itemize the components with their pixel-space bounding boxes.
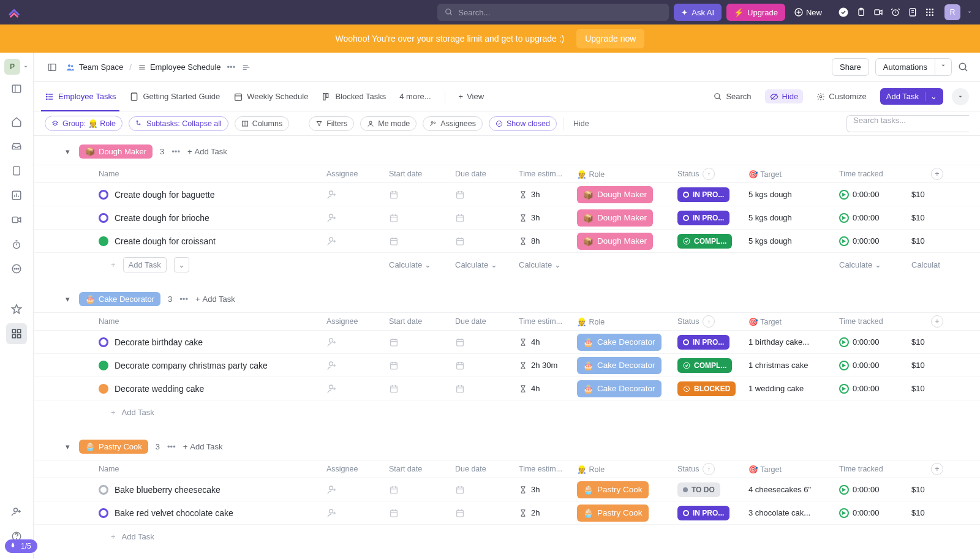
calculate-due-date[interactable]: Calculate ⌄ bbox=[455, 260, 519, 269]
col-time-estimate[interactable]: Time estim... bbox=[519, 170, 577, 178]
video-icon[interactable] bbox=[873, 7, 883, 17]
role-badge[interactable]: 📦Dough Maker bbox=[577, 233, 653, 250]
task-row[interactable]: Create dough for croissant 8h 📦Dough Mak… bbox=[34, 230, 980, 253]
spaces-icon[interactable] bbox=[6, 323, 27, 344]
assignee-add-icon[interactable] bbox=[326, 212, 384, 223]
due-date-icon[interactable] bbox=[455, 337, 514, 347]
status-badge[interactable]: COMPL... bbox=[677, 358, 732, 373]
status-badge[interactable]: IN PRO... bbox=[677, 187, 729, 202]
status-dot[interactable] bbox=[99, 337, 108, 347]
task-row[interactable]: Bake red velvet chocolate cake 2h 🧁Pastr… bbox=[34, 501, 980, 525]
play-icon[interactable]: ▶ bbox=[839, 213, 849, 223]
me-mode-chip[interactable]: Me mode bbox=[360, 116, 417, 131]
group-chip[interactable]: Group: 👷 Role bbox=[45, 116, 123, 131]
calculate-start-date[interactable]: Calculate ⌄ bbox=[389, 260, 455, 269]
target-cell[interactable]: 1 christmas cake bbox=[748, 361, 839, 370]
status-badge[interactable]: TO DO bbox=[677, 482, 720, 497]
target-cell[interactable]: 5 kgs dough bbox=[748, 213, 839, 222]
col-due-date[interactable]: Due date bbox=[455, 465, 519, 473]
user-avatar[interactable]: R bbox=[944, 4, 960, 20]
group-pill[interactable]: 🧁Pastry Cook bbox=[79, 440, 148, 454]
view-more-button[interactable] bbox=[952, 88, 969, 105]
tab-employee-tasks[interactable]: Employee Tasks bbox=[45, 82, 116, 111]
col-due-date[interactable]: Due date bbox=[455, 170, 519, 178]
col-due-date[interactable]: Due date bbox=[455, 317, 519, 326]
due-date-icon[interactable] bbox=[455, 508, 514, 518]
add-column-button[interactable]: + bbox=[931, 168, 943, 180]
add-task-inline[interactable]: +Add Task bbox=[45, 408, 326, 417]
share-button[interactable]: Share bbox=[832, 58, 869, 76]
search-tasks-input[interactable]: Search tasks... bbox=[846, 115, 969, 132]
time-estimate-cell[interactable]: 3h bbox=[519, 190, 577, 199]
col-name[interactable]: Name bbox=[45, 317, 326, 326]
subtasks-chip[interactable]: Subtasks: Collapse all bbox=[129, 116, 228, 131]
play-icon[interactable]: ▶ bbox=[839, 508, 849, 518]
status-badge[interactable]: IN PRO... bbox=[677, 335, 729, 350]
task-row[interactable]: Decorate wedding cake 4h 🎂Cake Decorator… bbox=[34, 377, 980, 400]
time-estimate-cell[interactable]: 3h bbox=[519, 213, 577, 222]
role-badge[interactable]: 🧁Pastry Cook bbox=[577, 481, 649, 498]
col-name[interactable]: Name bbox=[45, 465, 326, 473]
time-tracked-cell[interactable]: ▶0:00:00 bbox=[839, 213, 911, 223]
apps-icon[interactable] bbox=[925, 7, 935, 17]
start-date-icon[interactable] bbox=[389, 508, 450, 518]
hamburger-icon[interactable] bbox=[241, 62, 251, 72]
col-start-date[interactable]: Start date bbox=[389, 170, 455, 178]
role-badge[interactable]: 📦Dough Maker bbox=[577, 186, 653, 203]
time-tracked-cell[interactable]: ▶0:00:00 bbox=[839, 190, 911, 200]
due-date-icon[interactable] bbox=[455, 236, 514, 246]
task-row[interactable]: Decorate birthday cake 4h 🎂Cake Decorato… bbox=[34, 331, 980, 354]
task-name[interactable]: Bake red velvet chocolate cake bbox=[115, 508, 233, 518]
automations-dropdown[interactable] bbox=[935, 58, 952, 76]
sort-asc-icon[interactable]: ↑ bbox=[703, 168, 715, 180]
group-collapse-caret[interactable]: ▾ bbox=[66, 442, 70, 451]
chevron-down-icon[interactable] bbox=[967, 9, 973, 15]
cost-cell[interactable]: $10 bbox=[911, 361, 948, 370]
assignee-add-icon[interactable] bbox=[326, 508, 384, 519]
workspace-badge[interactable]: P bbox=[4, 59, 20, 75]
tab-weekly-schedule[interactable]: Weekly Schedule bbox=[233, 82, 308, 111]
time-estimate-cell[interactable]: 3h bbox=[519, 485, 577, 494]
dashboards-icon[interactable] bbox=[6, 185, 27, 206]
assignee-add-icon[interactable] bbox=[326, 337, 384, 348]
time-tracked-cell[interactable]: ▶0:00:00 bbox=[839, 384, 911, 394]
add-column-button[interactable]: + bbox=[931, 463, 943, 475]
col-time-tracked[interactable]: Time tracked bbox=[839, 465, 911, 473]
cost-cell[interactable]: $10 bbox=[911, 236, 948, 246]
play-icon[interactable]: ▶ bbox=[839, 485, 849, 495]
add-column-button[interactable]: + bbox=[931, 315, 943, 328]
breadcrumb-list[interactable]: Employee Schedule bbox=[138, 62, 221, 72]
col-status[interactable]: Status↑ bbox=[677, 463, 748, 475]
alarm-icon[interactable] bbox=[891, 7, 900, 17]
calculate-cost[interactable]: Calculat bbox=[911, 260, 948, 269]
chevron-down-icon[interactable]: ⌄ bbox=[925, 92, 937, 101]
calculate-time-tracked[interactable]: Calculate ⌄ bbox=[839, 260, 911, 269]
favorites-icon[interactable] bbox=[6, 299, 27, 320]
task-name[interactable]: Decorate birthday cake bbox=[115, 337, 203, 347]
group-pill[interactable]: 🎂Cake Decorator bbox=[79, 292, 160, 306]
time-estimate-cell[interactable]: 8h bbox=[519, 236, 577, 246]
start-date-icon[interactable] bbox=[389, 236, 450, 246]
assignee-add-icon[interactable] bbox=[326, 360, 384, 371]
new-button[interactable]: New bbox=[790, 7, 826, 17]
time-tracked-cell[interactable]: ▶0:00:00 bbox=[839, 508, 911, 518]
role-badge[interactable]: 🎂Cake Decorator bbox=[577, 334, 662, 351]
task-row[interactable]: Create dough for brioche 3h 📦Dough Maker… bbox=[34, 206, 980, 230]
start-date-icon[interactable] bbox=[389, 190, 450, 200]
due-date-icon[interactable] bbox=[455, 384, 514, 394]
play-icon[interactable]: ▶ bbox=[839, 337, 849, 347]
clipboard-icon[interactable] bbox=[856, 7, 866, 17]
sort-asc-icon[interactable]: ↑ bbox=[703, 315, 715, 328]
view-search-button[interactable]: Search bbox=[709, 89, 756, 103]
col-start-date[interactable]: Start date bbox=[389, 317, 455, 326]
col-time-estimate[interactable]: Time estim... bbox=[519, 465, 577, 473]
filters-chip[interactable]: Filters bbox=[309, 116, 354, 131]
assignees-chip[interactable]: Assignees bbox=[423, 116, 483, 131]
task-name[interactable]: Bake blueberry cheesecake bbox=[115, 485, 221, 495]
time-tracked-cell[interactable]: ▶0:00:00 bbox=[839, 236, 911, 246]
col-assignee[interactable]: Assignee bbox=[326, 170, 389, 178]
start-date-icon[interactable] bbox=[389, 485, 450, 495]
due-date-icon[interactable] bbox=[455, 361, 514, 370]
col-role[interactable]: 👷 Role bbox=[577, 170, 677, 179]
due-date-icon[interactable] bbox=[455, 190, 514, 200]
